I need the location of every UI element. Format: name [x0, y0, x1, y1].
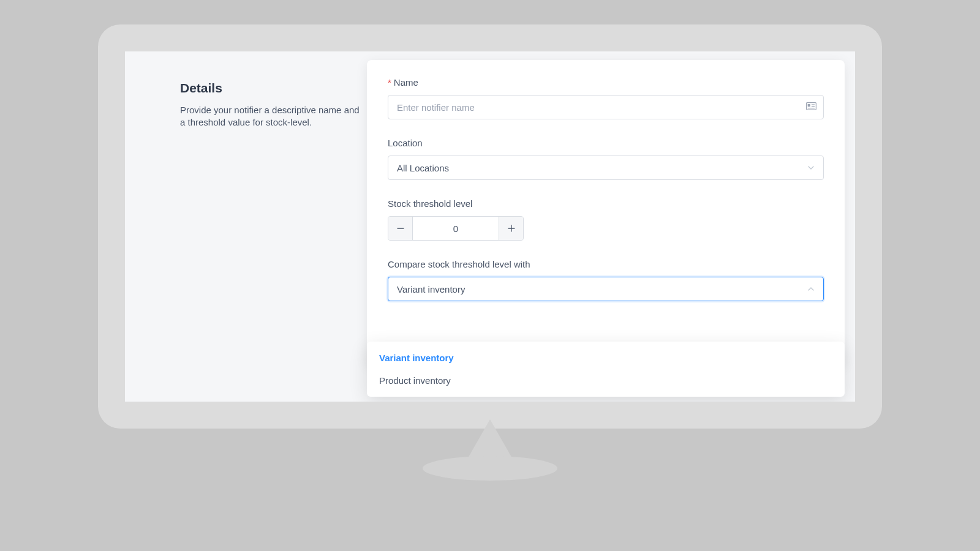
- notifier-form-card: *Name Loc: [367, 60, 845, 366]
- compare-select[interactable]: Variant inventory: [388, 277, 824, 301]
- compare-option-variant-inventory[interactable]: Variant inventory: [367, 347, 845, 369]
- compare-field-group: Compare stock threshold level with Varia…: [388, 259, 824, 301]
- section-title: Details: [180, 81, 364, 96]
- name-input-wrap: [388, 95, 824, 119]
- threshold-decrement-button[interactable]: [388, 217, 413, 240]
- name-label-text: Name: [394, 77, 418, 88]
- monitor-frame: Details Provide your notifier a descript…: [98, 24, 882, 429]
- threshold-increment-button[interactable]: [499, 217, 523, 240]
- name-label: *Name: [388, 77, 824, 88]
- threshold-label: Stock threshold level: [388, 198, 824, 209]
- plus-icon: [508, 225, 515, 232]
- location-select[interactable]: All Locations: [388, 156, 824, 180]
- compare-selected-value: Variant inventory: [397, 284, 465, 294]
- minus-icon: [397, 225, 404, 232]
- location-selected-value: All Locations: [397, 163, 449, 173]
- required-star: *: [388, 77, 391, 88]
- compare-option-product-inventory[interactable]: Product inventory: [367, 369, 845, 392]
- compare-dropdown-panel: Variant inventory Product inventory: [367, 342, 845, 397]
- threshold-field-group: Stock threshold level: [388, 198, 824, 241]
- id-card-icon: [806, 102, 816, 113]
- threshold-value-input[interactable]: [413, 217, 499, 240]
- details-sidebar: Details Provide your notifier a descript…: [180, 81, 364, 129]
- name-field-group: *Name: [388, 77, 824, 119]
- notifier-name-input[interactable]: [388, 95, 824, 119]
- chevron-down-icon: [807, 164, 815, 171]
- section-description: Provide your notifier a descriptive name…: [180, 104, 364, 129]
- threshold-stepper: [388, 216, 524, 241]
- location-label: Location: [388, 138, 824, 148]
- chevron-up-icon: [807, 285, 815, 293]
- location-field-group: Location All Locations: [388, 138, 824, 180]
- monitor-stand-base: [423, 456, 557, 481]
- app-screen: Details Provide your notifier a descript…: [125, 51, 855, 402]
- compare-label: Compare stock threshold level with: [388, 259, 824, 269]
- svg-rect-1: [808, 104, 810, 107]
